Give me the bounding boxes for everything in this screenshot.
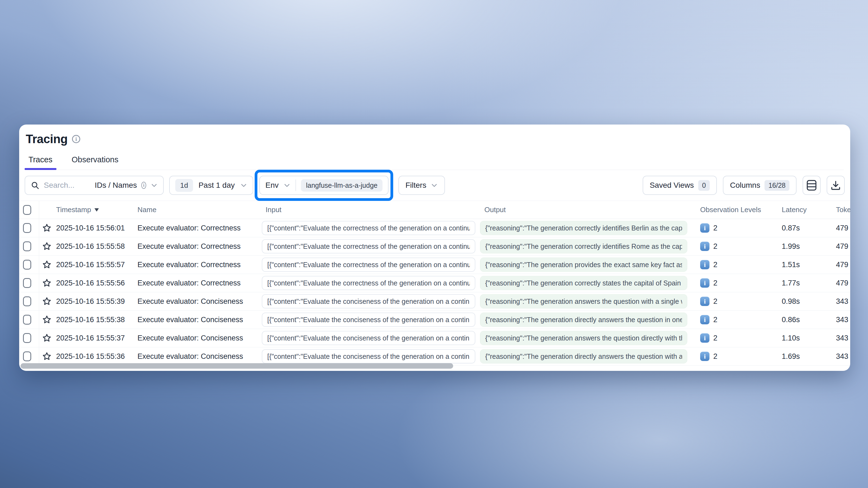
row-height-button[interactable]	[803, 176, 820, 195]
tokens-cell: 343 →	[825, 352, 850, 361]
search-input[interactable]	[44, 181, 90, 190]
search-control[interactable]: IDs / Names i	[25, 176, 164, 195]
select-all-checkbox[interactable]	[23, 205, 31, 215]
table-header-row: Timestamp Name Input Output Observation …	[19, 201, 850, 219]
input-preview[interactable]: [{"content":"Evaluate the conciseness of…	[262, 331, 475, 345]
filters-label: Filters	[405, 181, 426, 190]
horizontal-scrollbar[interactable]	[19, 363, 850, 369]
filters-button[interactable]: Filters	[398, 176, 445, 195]
row-checkbox[interactable]	[23, 333, 31, 343]
table-row[interactable]: 2025-10-16 15:55:57 Execute evaluator: C…	[19, 256, 850, 274]
observation-count: 2	[713, 316, 717, 324]
page-title: Tracing	[26, 132, 68, 146]
favorite-star-icon[interactable]	[42, 241, 52, 251]
time-range-label: Past 1 day	[198, 181, 235, 190]
trace-name-cell: Execute evaluator: Correctness	[137, 242, 262, 251]
row-checkbox[interactable]	[23, 223, 31, 233]
trace-name-cell: Execute evaluator: Correctness	[137, 261, 262, 269]
header-name[interactable]: Name	[137, 205, 262, 214]
favorite-star-icon[interactable]	[42, 278, 52, 288]
time-range-control[interactable]: 1d Past 1 day	[169, 176, 253, 195]
input-preview[interactable]: [{"content":"Evaluate the conciseness of…	[262, 313, 475, 327]
search-icon	[31, 181, 39, 190]
timestamp-cell: 2025-10-16 15:55:36	[56, 352, 137, 361]
observation-count: 2	[713, 242, 717, 251]
table-row[interactable]: 2025-10-16 15:55:36 Execute evaluator: C…	[19, 347, 850, 366]
row-checkbox[interactable]	[23, 315, 31, 325]
env-filter-wrapper: Env langfuse-llm-as-a-judge	[259, 176, 388, 195]
header-timestamp[interactable]: Timestamp	[56, 205, 137, 214]
info-icon[interactable]: i	[72, 135, 80, 143]
input-preview[interactable]: [{"content":"Evaluate the correctness of…	[262, 258, 475, 272]
tracing-panel: Tracing i Traces Observations IDs / Name…	[19, 125, 850, 371]
tokens-cell: 343 →	[825, 334, 850, 343]
timestamp-cell: 2025-10-16 15:55:57	[56, 261, 137, 269]
output-preview[interactable]: {"reasoning":"The generation directly an…	[480, 349, 687, 363]
favorite-star-icon[interactable]	[42, 223, 52, 233]
env-filter-control[interactable]: Env langfuse-llm-as-a-judge	[259, 176, 388, 195]
output-preview[interactable]: {"reasoning":"The generation correctly i…	[480, 239, 687, 254]
latency-cell: 0.87s	[782, 224, 825, 232]
row-checkbox[interactable]	[23, 351, 31, 361]
input-preview[interactable]: [{"content":"Evaluate the conciseness of…	[262, 294, 475, 308]
info-level-badge: i	[700, 352, 709, 361]
info-level-badge: i	[700, 278, 709, 288]
observation-count: 2	[713, 224, 717, 232]
export-button[interactable]	[827, 176, 845, 195]
columns-button[interactable]: Columns 16/28	[723, 176, 797, 195]
info-icon: i	[141, 182, 146, 189]
scrollbar-thumb[interactable]	[21, 363, 453, 369]
output-preview[interactable]: {"reasoning":"The generation correctly s…	[480, 276, 687, 290]
input-preview[interactable]: [{"content":"Evaluate the correctness of…	[262, 276, 475, 290]
saved-views-button[interactable]: Saved Views 0	[643, 176, 717, 195]
favorite-star-icon[interactable]	[42, 315, 52, 325]
table-row[interactable]: 2025-10-16 15:55:58 Execute evaluator: C…	[19, 237, 850, 256]
row-checkbox[interactable]	[23, 296, 31, 306]
header-output[interactable]: Output	[480, 205, 700, 214]
info-level-badge: i	[700, 297, 709, 306]
row-checkbox[interactable]	[23, 278, 31, 288]
info-level-badge: i	[700, 260, 709, 269]
table-body: 2025-10-16 15:56:01 Execute evaluator: C…	[19, 219, 850, 366]
output-preview[interactable]: {"reasoning":"The generation answers the…	[480, 294, 687, 308]
favorite-star-icon[interactable]	[42, 260, 52, 269]
output-preview[interactable]: {"reasoning":"The generation answers the…	[480, 331, 687, 345]
chevron-down-icon	[283, 182, 290, 189]
favorite-star-icon[interactable]	[42, 351, 52, 361]
header-input[interactable]: Input	[262, 205, 480, 214]
table-row[interactable]: 2025-10-16 15:55:39 Execute evaluator: C…	[19, 292, 850, 311]
observation-count: 2	[713, 297, 717, 306]
latency-cell: 0.86s	[782, 316, 825, 324]
table-row[interactable]: 2025-10-16 15:56:01 Execute evaluator: C…	[19, 219, 850, 237]
input-preview[interactable]: [{"content":"Evaluate the conciseness of…	[262, 349, 475, 363]
header-tokens[interactable]: Tokens	[825, 205, 850, 214]
sort-descending-icon	[94, 208, 99, 212]
output-preview[interactable]: {"reasoning":"The generation correctly i…	[480, 221, 687, 235]
table-row[interactable]: 2025-10-16 15:55:38 Execute evaluator: C…	[19, 311, 850, 329]
tab-observations[interactable]: Observations	[70, 155, 120, 170]
favorite-star-icon[interactable]	[42, 333, 52, 343]
input-preview[interactable]: [{"content":"Evaluate the correctness of…	[262, 221, 475, 235]
row-checkbox[interactable]	[23, 241, 31, 251]
trace-name-cell: Execute evaluator: Conciseness	[137, 334, 262, 343]
output-preview[interactable]: {"reasoning":"The generation directly an…	[480, 313, 687, 327]
info-level-badge: i	[700, 223, 709, 233]
trace-name-cell: Execute evaluator: Correctness	[137, 224, 262, 232]
chevron-down-icon	[151, 182, 158, 189]
download-icon	[831, 180, 841, 191]
row-checkbox[interactable]	[23, 260, 31, 269]
observation-count: 2	[713, 261, 717, 269]
saved-views-count: 0	[698, 180, 710, 191]
timestamp-cell: 2025-10-16 15:56:01	[56, 224, 137, 232]
header-latency[interactable]: Latency	[782, 205, 825, 214]
favorite-star-icon[interactable]	[42, 296, 52, 306]
output-preview[interactable]: {"reasoning":"The generation provides th…	[480, 258, 687, 272]
input-preview[interactable]: [{"content":"Evaluate the correctness of…	[262, 239, 475, 254]
timestamp-cell: 2025-10-16 15:55:39	[56, 297, 137, 306]
columns-count: 16/28	[765, 180, 789, 191]
table-row[interactable]: 2025-10-16 15:55:56 Execute evaluator: C…	[19, 274, 850, 292]
tokens-cell: 479 →	[825, 224, 850, 232]
tab-traces[interactable]: Traces	[27, 155, 54, 170]
header-observation-levels[interactable]: Observation Levels	[700, 205, 782, 214]
table-row[interactable]: 2025-10-16 15:55:37 Execute evaluator: C…	[19, 329, 850, 347]
